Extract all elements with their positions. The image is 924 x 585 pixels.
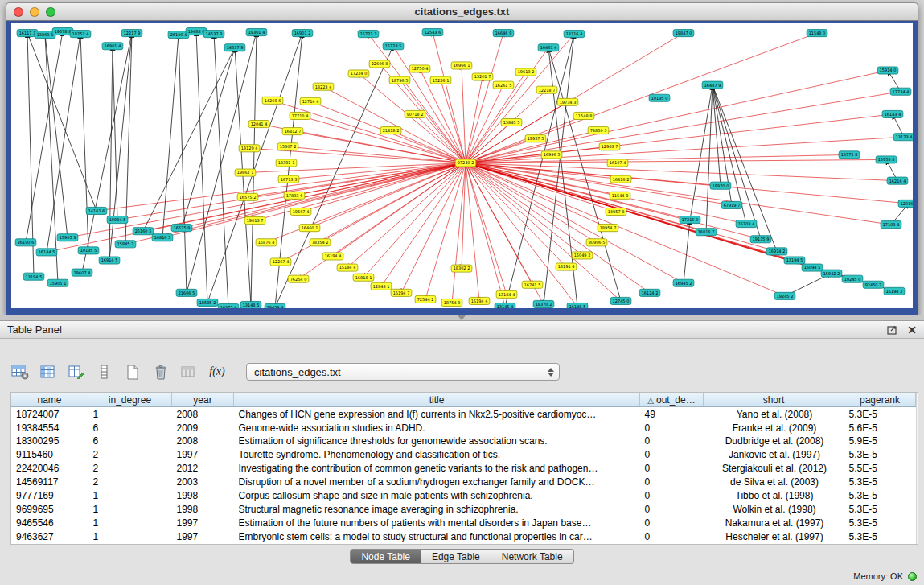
table-settings-icon[interactable] <box>10 361 31 382</box>
graph-node[interactable]: 19613 2 <box>515 68 536 76</box>
import-table-icon[interactable] <box>179 361 199 382</box>
graph-node[interactable]: 26190 6 <box>15 239 36 246</box>
graph-node[interactable]: 12745 0 <box>610 297 631 304</box>
graph-node[interactable]: 16241 5 <box>522 281 543 288</box>
graph-node[interactable]: 15049 2 <box>572 252 593 259</box>
graph-node[interactable]: 13123 4 <box>893 134 913 141</box>
table-row[interactable]: 969969511998Structural magnetic resonanc… <box>11 503 916 517</box>
table-selector-dropdown[interactable]: citations_edges.txt <box>246 363 560 381</box>
window-titlebar[interactable]: citations_edges.txt <box>6 2 918 21</box>
graph-node[interactable]: 18391 1 <box>276 159 297 167</box>
column-header-title[interactable]: title <box>234 393 640 407</box>
select-columns-icon[interactable] <box>38 361 59 382</box>
graph-node[interactable]: 21606 5 <box>176 289 197 296</box>
graph-node[interactable]: 18302 2 <box>451 265 472 272</box>
graph-node[interactable]: 16575 8 <box>839 151 860 159</box>
graph-node[interactable]: 17224 0 <box>348 70 369 77</box>
graph-node[interactable]: 13194 5 <box>784 257 805 264</box>
graph-node[interactable]: 11548 0 <box>807 30 827 37</box>
graph-node[interactable]: 18754 9 <box>441 299 462 306</box>
graph-node[interactable]: 14537 3 <box>203 31 224 38</box>
table-row[interactable]: 1872400712008Changes of HCN gene express… <box>11 407 916 422</box>
graph-node[interactable]: 19301 4 <box>246 29 267 36</box>
graph-node[interactable]: 16107 4 <box>607 159 628 167</box>
graph-node[interactable]: 16487 9 <box>702 81 723 89</box>
graph-node[interactable]: 14269 6 <box>262 97 283 104</box>
graph-node[interactable]: 18191 4 <box>556 263 577 270</box>
tab-network-table[interactable]: Network Table <box>491 549 574 564</box>
graph-node[interactable]: 12543 6 <box>422 29 443 36</box>
graph-node[interactable]: 74850 3 <box>588 127 609 134</box>
graph-node[interactable]: 15905 3 <box>57 234 78 241</box>
graph-node[interactable]: 12734 4 <box>890 88 911 95</box>
graph-node[interactable]: 15942 2 <box>821 270 842 277</box>
vertical-scrollbar[interactable] <box>916 393 918 544</box>
graph-node[interactable]: 15723 3 <box>358 31 379 38</box>
graph-node[interactable]: 15845 5 <box>501 119 522 126</box>
graph-node[interactable]: 16461 4 <box>538 44 559 51</box>
graph-node[interactable]: 17710 4 <box>290 112 310 119</box>
graph-node[interactable]: 16575 4 <box>218 303 239 308</box>
graph-node[interactable]: 15905 1 <box>47 279 68 286</box>
graph-node[interactable]: 17833 6 <box>284 192 305 199</box>
graph-node[interactable]: 19245 2 <box>774 292 795 299</box>
column-header-out_degree[interactable]: △out_de… <box>640 393 704 407</box>
graph-node[interactable]: 11544 9 <box>610 192 630 199</box>
network-canvas[interactable]: 97240 218223 412714 417710 416812 715307… <box>11 23 913 308</box>
graph-node[interactable]: 16144 5 <box>36 249 57 256</box>
edit-table-icon[interactable] <box>66 361 87 382</box>
table-row[interactable]: 911546021997Tourette syndrome. Phenomeno… <box>11 448 916 462</box>
graph-node[interactable]: 14161 6 <box>86 207 107 214</box>
graph-node[interactable]: 13184 4 <box>496 290 517 298</box>
graph-node[interactable]: 16575 9 <box>171 225 192 232</box>
graph-node[interactable]: 16194 2 <box>884 287 905 295</box>
graph-node[interactable]: 19013 7 <box>244 217 265 225</box>
graph-node[interactable]: 19847 0 <box>673 30 694 37</box>
table-row[interactable]: 1938455462009Genome-wide association stu… <box>11 421 916 435</box>
graph-node[interactable]: 19135 5 <box>78 247 99 254</box>
graph-node[interactable]: 12041 4 <box>248 121 269 128</box>
column-header-name[interactable]: name <box>11 393 88 407</box>
table-row[interactable]: 1456911722003Disruption of a novel membe… <box>11 476 916 489</box>
graph-node[interactable]: 15226 1 <box>430 76 451 84</box>
float-panel-icon[interactable] <box>887 325 897 335</box>
graph-node[interactable]: 16143 4 <box>882 110 903 117</box>
close-panel-icon[interactable]: ✕ <box>907 324 917 336</box>
graph-node[interactable]: 12016 6 <box>898 200 913 207</box>
graph-node[interactable]: 13145 4 <box>495 303 515 308</box>
graph-node[interactable]: 12750 4 <box>409 65 430 72</box>
graph-node[interactable]: 18253 4 <box>70 31 91 38</box>
graph-node[interactable]: 12267 4 <box>270 258 291 266</box>
graph-node[interactable]: 18316 4 <box>564 31 585 38</box>
graph-node[interactable]: 16703 4 <box>736 220 757 228</box>
graph-node[interactable]: 19862 1 <box>235 169 256 176</box>
graph-node[interactable]: 19994 5 <box>107 216 128 224</box>
graph-node[interactable]: 16148 5 <box>567 303 588 308</box>
graph-node[interactable]: 15723 5 <box>383 43 404 50</box>
graph-node[interactable]: 97240 2 <box>455 159 476 167</box>
graph-node[interactable]: 16966 1 <box>451 62 472 69</box>
graph-node[interactable]: 16816 5 <box>152 234 173 241</box>
graph-node[interactable]: 12218 7 <box>536 86 557 93</box>
graph-node[interactable]: 16914 5 <box>99 257 120 264</box>
delete-icon[interactable] <box>150 361 171 382</box>
graph-node[interactable]: 16945 2 <box>673 279 694 286</box>
graph-node[interactable]: 16713 3 <box>278 175 299 183</box>
graph-node[interactable]: 26160 5 <box>133 228 154 235</box>
table-row[interactable]: 1830029562008Estimation of significance … <box>11 435 916 448</box>
graph-node[interactable]: 16914 2 <box>766 248 787 255</box>
graph-node[interactable]: 72544 2 <box>415 295 436 303</box>
graph-node[interactable]: 80996 5 <box>586 239 607 246</box>
graph-node[interactable]: 19135 0 <box>649 94 670 101</box>
graph-node[interactable]: 90718 2 <box>405 110 425 117</box>
column-header-pagerank[interactable]: pagerank <box>844 393 916 407</box>
graph-node[interactable]: 15184 4 <box>337 264 358 271</box>
tab-node-table[interactable]: Node Table <box>350 549 421 564</box>
graph-node[interactable]: 18970 0 <box>710 182 731 189</box>
graph-node[interactable]: 16812 7 <box>282 128 303 135</box>
graph-node[interactable]: 19567 4 <box>290 208 311 215</box>
graph-node[interactable]: 16094 5 <box>802 264 823 271</box>
graph-node[interactable]: 15914 0 <box>877 67 898 74</box>
graph-node[interactable]: 15876 4 <box>256 239 277 246</box>
graph-node[interactable]: 18223 4 <box>313 83 334 90</box>
